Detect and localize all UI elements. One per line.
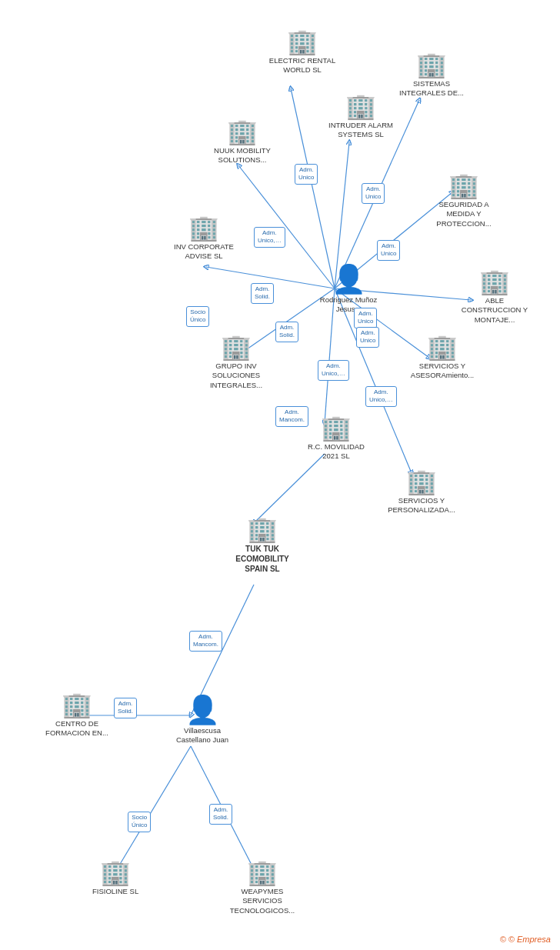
building-icon-intruder: 🏢 <box>345 94 376 118</box>
label-electric-rental: ELECTRIC RENTAL WORLD SL <box>268 56 337 75</box>
watermark-text: © Empresa <box>508 935 551 944</box>
building-icon-grupo: 🏢 <box>221 335 252 359</box>
badge-adm-solid-grupo: Adm.Solid. <box>275 322 298 342</box>
node-electric-rental: 🏢 ELECTRIC RENTAL WORLD SL <box>268 29 337 75</box>
badge-adm-unico-serv: Adm.Unico <box>356 327 379 348</box>
person-icon-villaescusa: 👤 <box>185 696 220 724</box>
diagram-container: 🏢 ELECTRIC RENTAL WORLD SL 🏢 INTRUDER AL… <box>0 0 560 950</box>
connection-lines <box>0 0 560 950</box>
building-icon-serv-pers: 🏢 <box>406 469 437 494</box>
label-seguridad: SEGURIDAD A MEDIDA Y PROTECCION... <box>429 200 498 228</box>
node-intruder-alarm: 🏢 INTRUDER ALARM SYSTEMS SL <box>326 94 395 140</box>
node-weapymes: 🏢 WEAPYMES SERVICIOS TECNOLOGICOS... <box>228 860 297 915</box>
badge-adm-solid-centro: Adm.Solid. <box>114 698 137 718</box>
building-icon-inv: 🏢 <box>188 215 219 240</box>
badge-socio-unico-grupo: SocioÚnico <box>186 306 209 327</box>
building-icon-nuuk: 🏢 <box>227 119 258 144</box>
badge-adm-solid-inv: Adm.Solid. <box>251 283 274 304</box>
label-weapymes: WEAPYMES SERVICIOS TECNOLOGICOS... <box>228 887 297 915</box>
node-villaescusa: 👤 Villaescusa Castellano Juan <box>168 696 237 745</box>
svg-line-14 <box>117 746 191 869</box>
label-sistemas: SISTEMAS INTEGRALES DE... <box>397 79 466 98</box>
label-centro: CENTRO DE FORMACION EN... <box>42 719 112 738</box>
node-tuk-tuk: 🏢 TUK TUK ECOMOBILITY SPAIN SL <box>228 517 297 574</box>
node-inv-corporate: 🏢 INV CORPORATE ADVISE SL <box>169 215 238 262</box>
badge-adm-unico-nuuk: Adm.Unico,… <box>254 227 285 248</box>
label-fisioline: FISIOLINE SL <box>92 887 138 896</box>
label-nuuk: NUUK MOBILITY SOLUTIONS... <box>208 146 277 165</box>
node-fisioline: 🏢 FISIOLINE SL <box>92 860 138 896</box>
badge-adm-unico-serv-pers: Adm.Unico,… <box>365 386 397 407</box>
watermark: © © Empresa <box>500 935 551 944</box>
label-able: ABLE CONSTRUCCION Y MONTAJE... <box>460 296 529 325</box>
building-icon-seguridad: 🏢 <box>448 173 479 198</box>
node-seguridad: 🏢 SEGURIDAD A MEDIDA Y PROTECCION... <box>429 173 498 228</box>
badge-adm-mancom-rc: Adm.Mancom. <box>275 406 308 427</box>
node-rc: 🏢 R.C. MOVILIDAD 2021 SL <box>302 415 371 462</box>
node-servicios-ases: 🏢 SERVICIOS Y ASESORAmiento... <box>408 335 477 381</box>
building-icon-rc: 🏢 <box>321 415 352 440</box>
label-grupo: GRUPO INV SOLUCIONES INTEGRALES... <box>202 362 271 390</box>
label-inv-corporate: INV CORPORATE ADVISE SL <box>169 242 238 262</box>
building-icon-weapymes: 🏢 <box>247 860 278 885</box>
node-grupo: 🏢 GRUPO INV SOLUCIONES INTEGRALES... <box>202 335 271 390</box>
label-servicios-pers: SERVICIOS Y PERSONALIZADA... <box>387 496 456 515</box>
building-icon-able: 🏢 <box>479 269 510 294</box>
building-icon-centro: 🏢 <box>62 692 92 717</box>
node-servicios-pers: 🏢 SERVICIOS Y PERSONALIZADA... <box>387 469 456 515</box>
badge-socio-unico-fisioline: SocioÚnico <box>128 812 151 832</box>
person-icon-rodriguez: 👤 <box>332 265 366 293</box>
svg-line-11 <box>254 454 325 523</box>
node-centro: 🏢 CENTRO DE FORMACION EN... <box>42 692 112 738</box>
label-servicios-ases: SERVICIOS Y ASESORAmiento... <box>408 362 477 381</box>
building-icon-serv-ases: 🏢 <box>427 335 458 359</box>
building-icon-fisioline: 🏢 <box>100 860 131 885</box>
node-sistemas: 🏢 SISTEMAS INTEGRALES DE... <box>397 52 466 98</box>
badge-adm-unico-rc: Adm.Unico,… <box>318 360 349 381</box>
building-icon-tuk-tuk: 🏢 <box>247 517 278 542</box>
badge-adm-unico-1: Adm.Unico <box>295 164 318 185</box>
building-icon-sistemas: 🏢 <box>416 52 447 77</box>
badge-adm-unico-2: Adm.Unico <box>362 183 385 204</box>
badge-adm-unico-able: Adm.Unico <box>354 308 377 328</box>
label-villaescusa: Villaescusa Castellano Juan <box>168 726 237 745</box>
building-icon: 🏢 <box>287 29 318 54</box>
node-able: 🏢 ABLE CONSTRUCCION Y MONTAJE... <box>460 269 529 325</box>
label-tuk-tuk: TUK TUK ECOMOBILITY SPAIN SL <box>228 544 297 574</box>
badge-adm-solid-weapymes: Adm.Solid. <box>209 804 232 825</box>
copyright-symbol: © <box>500 935 506 944</box>
badge-adm-unico-seg: Adm.Unico <box>377 240 400 261</box>
badge-adm-mancom-tuk: Adm.Mancom. <box>189 631 222 652</box>
node-nuuk: 🏢 NUUK MOBILITY SOLUTIONS... <box>208 119 277 165</box>
label-intruder-alarm: INTRUDER ALARM SYSTEMS SL <box>326 121 395 140</box>
label-rc: R.C. MOVILIDAD 2021 SL <box>302 442 371 462</box>
